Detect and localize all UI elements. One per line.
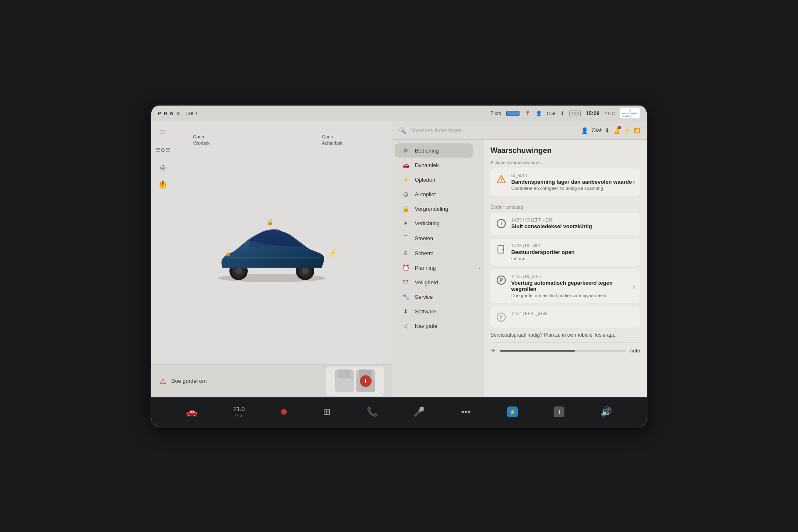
bluetooth-icon-header[interactable]: ⚡ <box>623 127 631 134</box>
epbl-warning-content: 14:34 | EPBL_a195 <box>511 311 635 317</box>
parking-warning-code: 14:35 | DI_a166 <box>511 274 635 279</box>
menu-item-opladen[interactable]: ⚡ Opladen <box>395 172 473 187</box>
car-taskbar-icon: 🚗 <box>186 406 197 417</box>
bediening-icon: ⚙ <box>401 147 410 154</box>
taskbar-alert[interactable] <box>281 409 287 415</box>
door-warning-content: 14:35 | UI_a001 Bestuurdersportier open … <box>511 244 635 261</box>
verlichting-label: Verlichting <box>415 220 440 227</box>
warning-card-door[interactable]: 14:35 | UI_a001 Bestuurdersportier open … <box>490 239 640 266</box>
tire-warning-code: UI_a014 <box>511 173 635 178</box>
warning-card-console[interactable]: i 14:59 | VCLEFT_a138 Sluit consoledekse… <box>490 213 640 235</box>
tire-warning-subtitle: Controleer en corrigeer zo nodig de span… <box>511 186 635 191</box>
mic-taskbar-icon: 🎤 <box>414 406 425 417</box>
warning-triangle-icon <box>495 173 507 185</box>
warnings-title: Waarschuwingen <box>490 146 640 155</box>
brightness-slider[interactable] <box>500 350 626 352</box>
bell-container[interactable]: 🔔 <box>613 127 620 134</box>
menu-item-autopilot[interactable]: ◎ Autopilot <box>395 187 473 201</box>
dynamiek-label: Dynamiek <box>415 162 439 168</box>
menu-item-verlichting[interactable]: ✦ Verlichting <box>395 216 473 230</box>
svg-point-3 <box>235 268 242 274</box>
console-warning-title: Sluit consoledeksel voorzichtig <box>511 223 635 229</box>
user-icon-search: 👤 <box>581 127 588 134</box>
brightness-icon[interactable]: ✦ <box>490 347 496 355</box>
status-right-area: ⊘ PASSENGERAIRBAG <box>620 108 640 119</box>
active-warnings-label: Actieve waarschuwingen <box>490 160 640 165</box>
menu-item-dynamiek[interactable]: 🚗 Dynamiek <box>395 158 473 172</box>
more-taskbar-icon: ••• <box>461 406 470 417</box>
menu-item-stoelen[interactable]: ⌒ Stoelen <box>395 231 473 246</box>
collapse-arrow[interactable]: ‹ <box>479 266 480 271</box>
airbag-visual: ! <box>326 367 384 396</box>
taskbar-mic[interactable]: 🎤 <box>414 406 425 417</box>
planning-label: Planning <box>415 265 436 271</box>
veiligheid-label: Veiligheid <box>415 279 438 286</box>
opladen-label: Opladen <box>415 177 435 183</box>
airbag-warning-circle: ! <box>360 375 372 387</box>
grid-taskbar-icon: ⊞ <box>323 406 330 417</box>
section-divider-1 <box>490 200 640 200</box>
drive-mode: CHILL <box>185 111 198 116</box>
temp-value: 21.0 <box>233 406 244 412</box>
taskbar-info[interactable]: i <box>554 406 564 417</box>
temp-unit: °c ↺ <box>235 414 243 418</box>
door-icon <box>495 244 507 255</box>
brightness-row: ✦ Auto <box>490 347 640 355</box>
brightness-auto-label[interactable]: Auto <box>630 348 640 354</box>
veiligheid-icon: 🛡 <box>401 279 410 286</box>
warning-card-tire[interactable]: UI_a014 Bandenspanning lager dan aanbevo… <box>490 168 640 196</box>
info-taskbar-icon: i <box>554 406 564 417</box>
distance-display: 7 km <box>490 111 501 116</box>
parking-warning-subtitle: Doe gordel om en sluit portier voor rijv… <box>511 293 635 298</box>
seatbelt-warning-icon: ⚠ <box>160 377 166 386</box>
taskbar-car[interactable]: 🚗 <box>186 406 197 417</box>
menu-item-bediening[interactable]: ⚙ Bediening <box>395 143 473 158</box>
menu-item-software[interactable]: ⬇ Software <box>395 304 473 318</box>
download-icon-search[interactable]: ⬇ <box>605 127 610 134</box>
menu-item-scherm[interactable]: 🖥 Scherm <box>395 246 473 260</box>
main-content: ≡○ ≡○≡ ◎ 🦺 Open Voorbak Open Achterbak <box>151 121 647 397</box>
verlichting-icon: ✦ <box>401 220 410 227</box>
taskbar-volume[interactable]: 🔊 <box>601 406 612 417</box>
taskbar-phone[interactable]: 📞 <box>367 406 378 417</box>
warning-card-parking[interactable]: P 14:35 | DI_a166 Voertuig automatisch g… <box>490 269 640 303</box>
download-icon-status: ⬇ <box>560 111 564 116</box>
search-bar: 🔍 Doorzoek instellingen 👤 Olaf ⬇ 🔔 ⚡ 📶 <box>392 121 647 140</box>
search-placeholder[interactable]: Doorzoek instellingen <box>410 127 577 133</box>
rear-trunk-label: Open Achterbak <box>322 134 342 147</box>
parking-warning-title: Voertuig automatisch geparkeerd tegen we… <box>511 280 635 292</box>
car-svg: 🔒 ⚡ <box>205 201 338 284</box>
taskbar-more[interactable]: ••• <box>461 406 470 417</box>
seat-left <box>335 369 354 392</box>
warnings-panel: Waarschuwingen Actieve waarschuwingen <box>484 140 647 397</box>
taskbar-grid[interactable]: ⊞ <box>323 406 330 417</box>
service-appointment-text[interactable]: Serviceafspraak nodig? Plan ze in uw mob… <box>490 332 640 338</box>
status-bar: P R N D CHILL 7 km 📍 👤 Olaf ⬇ SOS 15:09 … <box>151 106 647 121</box>
epbl-icon: P <box>495 311 507 323</box>
sos-icon: SOS <box>569 111 581 116</box>
front-trunk-label: Open Voorbak <box>193 134 209 147</box>
tire-warning-title: Bandenspanning lager dan aanbevolen waar… <box>511 179 635 185</box>
stoelen-icon: ⌒ <box>401 234 410 242</box>
svg-point-12 <box>501 181 502 182</box>
menu-item-vergrendeling[interactable]: 🔒 Vergrendeling <box>395 202 473 216</box>
menu-item-navigatie[interactable]: ◁ Navigatie <box>395 319 473 333</box>
signal-icon-header: 📶 <box>634 128 640 133</box>
taskbar-temperature[interactable]: 21.0 °c ↺ <box>233 406 244 418</box>
car-area: Open Voorbak Open Achterbak <box>151 121 392 364</box>
menu-item-service[interactable]: 🔧 Service <box>395 290 473 304</box>
stoelen-label: Stoelen <box>415 235 433 241</box>
search-username: Olaf <box>591 127 601 133</box>
software-label: Software <box>415 308 436 315</box>
svg-point-14 <box>502 249 504 250</box>
right-panel: 🔍 Doorzoek instellingen 👤 Olaf ⬇ 🔔 ⚡ 📶 <box>392 121 647 397</box>
navigatie-icon: ◁ <box>401 323 410 329</box>
taskbar-bluetooth[interactable]: ⚡ <box>507 406 518 417</box>
screen: P R N D CHILL 7 km 📍 👤 Olaf ⬇ SOS 15:09 … <box>151 106 647 426</box>
panel-divider: ‹ <box>475 140 484 397</box>
svg-point-6 <box>302 268 308 274</box>
door-warning-title: Bestuurdersportier open <box>511 249 635 255</box>
warning-card-epbl[interactable]: P 14:34 | EPBL_a195 <box>490 306 640 328</box>
menu-item-veiligheid[interactable]: 🛡 Veiligheid <box>395 275 473 289</box>
menu-item-planning[interactable]: ⏰ Planning <box>395 261 473 275</box>
